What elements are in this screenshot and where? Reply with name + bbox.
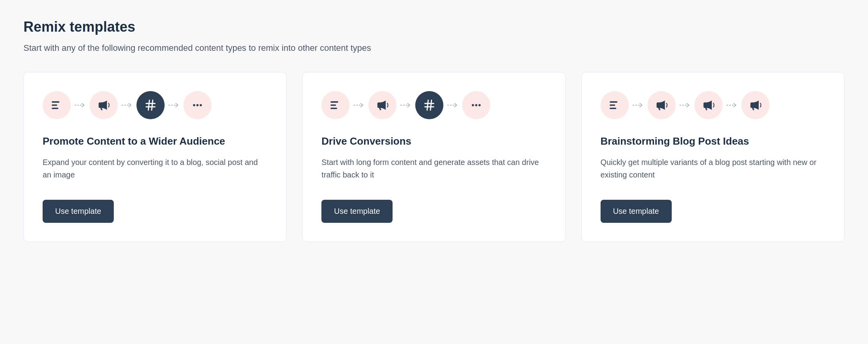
icon-dots-1	[183, 91, 212, 119]
card-1-title: Promote Content to a Wider Audience	[43, 135, 267, 148]
icon-hashtag	[136, 91, 165, 119]
card-2-description: Start with long form content and generat…	[321, 156, 546, 181]
svg-rect-2	[52, 108, 58, 109]
svg-point-6	[193, 104, 195, 106]
icon-lines-3	[601, 91, 629, 119]
card-1-icons	[43, 91, 267, 119]
icon-lines	[43, 91, 71, 119]
icon-hashtag-2	[415, 91, 443, 119]
svg-point-8	[200, 104, 202, 106]
icon-megaphone-4	[694, 91, 723, 119]
card-2-icons	[321, 91, 546, 119]
svg-rect-9	[331, 101, 339, 103]
icon-megaphone-2	[368, 91, 396, 119]
arrow-7	[629, 102, 647, 108]
arrow-5	[396, 102, 415, 108]
svg-point-17	[479, 104, 481, 106]
page-subtitle: Start with any of the following recommen…	[23, 43, 845, 53]
svg-point-16	[475, 104, 477, 106]
svg-rect-1	[52, 104, 57, 106]
page-title: Remix templates	[23, 19, 845, 35]
card-3-description: Quickly get multiple variants of a blog …	[601, 156, 825, 181]
icon-dots-2	[462, 91, 490, 119]
svg-rect-11	[331, 108, 337, 109]
template-card-3: Brainstorming Blog Post Ideas Quickly ge…	[581, 72, 845, 242]
icon-megaphone-5	[741, 91, 769, 119]
arrow-6	[443, 102, 462, 108]
arrow-8	[676, 102, 694, 108]
cards-grid: Promote Content to a Wider Audience Expa…	[23, 72, 845, 242]
svg-rect-19	[610, 104, 615, 106]
icon-megaphone-1	[90, 91, 118, 119]
svg-rect-10	[331, 104, 336, 106]
use-template-button-3[interactable]: Use template	[601, 200, 672, 223]
card-3-icons	[601, 91, 825, 119]
card-1-description: Expand your content by converting it to …	[43, 156, 267, 181]
arrow-2	[118, 102, 136, 108]
svg-point-15	[472, 104, 474, 106]
icon-megaphone-3	[647, 91, 676, 119]
svg-point-7	[196, 104, 199, 106]
svg-rect-20	[610, 108, 616, 109]
card-3-title: Brainstorming Blog Post Ideas	[601, 135, 825, 148]
template-card-1: Promote Content to a Wider Audience Expa…	[23, 72, 287, 242]
use-template-button-1[interactable]: Use template	[43, 200, 114, 223]
icon-lines-2	[321, 91, 350, 119]
arrow-3	[165, 102, 183, 108]
arrow-1	[71, 102, 90, 108]
template-card-2: Drive Conversions Start with long form c…	[302, 72, 565, 242]
arrow-4	[350, 102, 368, 108]
svg-rect-18	[610, 101, 617, 103]
svg-rect-0	[52, 101, 59, 103]
card-2-title: Drive Conversions	[321, 135, 546, 148]
arrow-9	[723, 102, 741, 108]
use-template-button-2[interactable]: Use template	[321, 200, 393, 223]
